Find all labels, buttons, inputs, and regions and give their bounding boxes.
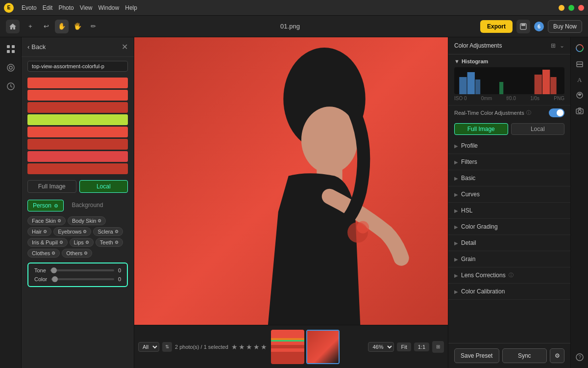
histogram-section: ▼ Histogram ISO 0 [448, 54, 570, 105]
thumbnail-2[interactable] [306, 330, 340, 364]
local-tab[interactable]: Local [79, 180, 128, 193]
sidebar-icon-history[interactable] [3, 79, 19, 94]
svg-rect-21 [499, 82, 503, 94]
star-2[interactable]: ★ [239, 343, 245, 351]
color-grading-row[interactable]: ▶ Color Grading [448, 219, 570, 235]
histogram-label: ▼ Histogram [454, 58, 564, 64]
right-icon-text[interactable]: A [573, 73, 587, 86]
menu-photo[interactable]: Photo [58, 4, 74, 11]
maximize-button[interactable] [568, 5, 574, 11]
swatch-4[interactable] [27, 114, 128, 125]
right-icon-help[interactable]: ? [573, 350, 587, 364]
body-part-others[interactable]: Others⚙ [62, 249, 92, 258]
export-button[interactable]: Export [480, 20, 513, 33]
minimize-button[interactable] [559, 5, 564, 11]
svg-rect-16 [467, 72, 475, 94]
body-part-sclera[interactable]: Sclera⚙ [93, 227, 122, 236]
swatch-3[interactable] [27, 102, 128, 113]
filter-select[interactable]: All [138, 342, 159, 352]
lens-info-icon: ⓘ [509, 272, 514, 279]
close-button[interactable] [578, 5, 584, 11]
tone-slider-thumb[interactable] [51, 267, 57, 273]
right-icon-camera[interactable] [573, 104, 587, 118]
add-button[interactable]: + [24, 20, 37, 33]
grain-row[interactable]: ▶ Grain [448, 251, 570, 267]
swatch-5[interactable] [27, 127, 128, 137]
zoom-select[interactable]: 46% [368, 342, 394, 352]
color-slider-thumb[interactable] [52, 276, 58, 282]
save-preset-button[interactable]: Save Preset [454, 348, 499, 363]
background-tab[interactable]: Background [67, 200, 108, 211]
menu-evoto[interactable]: Evoto [22, 4, 37, 11]
right-icon-layers[interactable] [573, 57, 587, 71]
ratio-button[interactable]: 1:1 [414, 342, 429, 351]
body-part-face-skin[interactable]: Face Skin⚙ [27, 216, 66, 225]
thumbnail-1[interactable] [271, 330, 304, 364]
menu-help[interactable]: Help [125, 4, 137, 11]
body-part-body-skin[interactable]: Body Skin⚙ [68, 216, 106, 225]
panel-expand-icon[interactable]: ⊞ [551, 42, 556, 49]
save-icon[interactable] [516, 20, 530, 33]
swatch-1[interactable] [27, 78, 128, 88]
brush-tool-button[interactable]: ✏ [86, 20, 100, 33]
sync-button[interactable]: Sync [502, 348, 547, 363]
full-image-tab[interactable]: Full Image [27, 180, 76, 193]
detail-row[interactable]: ▶ Detail [448, 235, 570, 251]
hsl-row[interactable]: ▶ HSL [448, 203, 570, 218]
filters-row[interactable]: ▶ Filters [448, 154, 570, 170]
filters-section: ▶ Filters [448, 154, 570, 170]
preset-name-input[interactable] [27, 61, 128, 72]
body-part-iris[interactable]: Iris & Pupil⚙ [27, 238, 68, 247]
basic-row[interactable]: ▶ Basic [448, 170, 570, 186]
body-part-lips[interactable]: Lips⚙ [70, 238, 94, 247]
body-part-eyebrows[interactable]: Eyebrows⚙ [53, 227, 91, 236]
profile-row[interactable]: ▶ Profile [448, 138, 570, 154]
curves-row[interactable]: ▶ Curves [448, 186, 570, 202]
home-button[interactable] [6, 20, 20, 33]
right-icon-color[interactable] [573, 41, 587, 55]
color-calibration-row[interactable]: ▶ Color Calibration [448, 284, 570, 299]
sidebar-icon-grid[interactable] [3, 41, 19, 57]
person-tab[interactable]: Person ⚙ [27, 200, 64, 211]
body-part-clothes[interactable]: Clothes⚙ [27, 249, 60, 258]
back-button[interactable]: ‹ Back [27, 43, 46, 51]
hand-tool-button[interactable]: ✋ [55, 20, 69, 33]
gear-icon: ⚙ [555, 352, 560, 359]
menu-view[interactable]: View [80, 4, 93, 11]
close-panel-button[interactable]: ✕ [122, 42, 128, 52]
menu-edit[interactable]: Edit [43, 4, 53, 11]
realtime-toggle[interactable] [549, 108, 564, 117]
canvas-content[interactable] [134, 37, 448, 325]
panel-settings-button[interactable]: ⚙ [550, 348, 564, 363]
fit-button[interactable]: Fit [397, 342, 411, 351]
swatch-7[interactable] [27, 151, 128, 162]
buy-now-button[interactable]: Buy Now [548, 20, 582, 33]
star-3[interactable]: ★ [246, 343, 252, 351]
tone-value: 0 [118, 267, 121, 273]
swatch-2[interactable] [27, 90, 128, 101]
swatch-8[interactable] [27, 163, 128, 174]
full-image-mode-tab[interactable]: Full Image [454, 123, 508, 135]
lens-corrections-row[interactable]: ▶ Lens Corrections ⓘ [448, 267, 570, 283]
menu-window[interactable]: Window [98, 4, 120, 11]
body-part-hair[interactable]: Hair⚙ [27, 227, 51, 236]
notification-badge[interactable]: 6 [534, 22, 544, 31]
swatch-6[interactable] [27, 139, 128, 150]
layout-button[interactable]: ⊞ [432, 341, 444, 353]
calibration-chevron: ▶ [454, 289, 458, 294]
aperture-label: f/0.0 [506, 96, 515, 101]
stamp-tool-button[interactable]: 🖐 [71, 20, 84, 33]
body-parts-tags: Face Skin⚙ Body Skin⚙ Hair⚙ Eyebrows⚙ Sc… [22, 214, 134, 260]
panel-chevron-icon[interactable]: ⌄ [560, 42, 564, 49]
color-grading-section: ▶ Color Grading [448, 219, 570, 235]
sort-button[interactable]: ⇅ [162, 342, 172, 352]
sidebar-icon-effects[interactable] [3, 60, 19, 76]
star-5[interactable]: ★ [261, 343, 267, 351]
right-icon-mask[interactable] [573, 88, 587, 102]
star-1[interactable]: ★ [231, 343, 238, 351]
body-part-teeth[interactable]: Teeth⚙ [96, 238, 123, 247]
star-4[interactable]: ★ [253, 343, 260, 351]
local-mode-tab[interactable]: Local [511, 123, 565, 135]
undo-button[interactable]: ↩ [39, 20, 53, 33]
svg-rect-17 [475, 79, 480, 94]
